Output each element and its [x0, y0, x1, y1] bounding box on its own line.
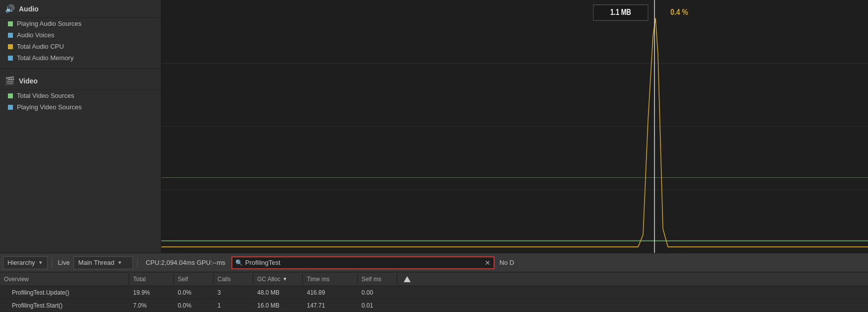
- video-label: Video: [19, 77, 38, 85]
- table-header: Overview Total Self Calls GC Alloc ▼ Tim…: [0, 272, 868, 286]
- table-row[interactable]: ProfilingTest.Start() 7.0% 0.0% 1 16.0 M…: [0, 299, 868, 312]
- cell-calls-0: 3: [214, 288, 253, 298]
- svg-rect-3: [8, 56, 13, 61]
- col-header-total: Total: [129, 274, 174, 285]
- cell-gcalloc-0: 48.0 MB: [253, 288, 303, 298]
- audio-voices-dot: [8, 33, 13, 38]
- svg-rect-0: [8, 21, 13, 26]
- left-panel: 🔊 Audio Playing Audio Sources Audio Voic…: [0, 0, 161, 253]
- col-header-self: Self: [174, 274, 214, 285]
- warning-header-icon: [404, 276, 411, 282]
- audio-legend-cpu: Total Audio CPU: [0, 41, 161, 52]
- svg-rect-4: [8, 93, 13, 98]
- cell-total-1: 7.0%: [129, 301, 174, 311]
- cell-selfms-1: 0.01: [358, 301, 397, 311]
- col-header-timems: Time ms: [303, 274, 358, 285]
- col-header-selfms: Self ms: [358, 274, 397, 285]
- search-icon: 🔍: [235, 259, 243, 266]
- section-divider: [0, 69, 161, 69]
- table-section: Overview Total Self Calls GC Alloc ▼ Tim…: [0, 272, 868, 312]
- audio-section: 🔊 Audio Playing Audio Sources Audio Voic…: [0, 0, 161, 68]
- svg-rect-1: [8, 33, 13, 38]
- search-input[interactable]: [245, 259, 483, 266]
- separator-2: [137, 257, 138, 268]
- live-label: Live: [56, 259, 72, 266]
- video-section: 🎬 Video Total Video Sources Playing Vide…: [0, 70, 161, 113]
- svg-rect-5: [8, 105, 13, 110]
- svg-text:0.4 %: 0.4 %: [670, 7, 688, 17]
- svg-text:1.1 MB: 1.1 MB: [610, 8, 631, 16]
- audio-header: 🔊 Audio: [0, 0, 161, 18]
- video-header: 🎬 Video: [0, 72, 161, 90]
- cell-self-1: 0.0%: [174, 301, 214, 311]
- audio-label: Audio: [19, 5, 39, 13]
- app-layout: 🔊 Audio Playing Audio Sources Audio Voic…: [0, 0, 868, 312]
- table-row[interactable]: ProfilingTest.Update() 19.9% 0.0% 3 48.0…: [0, 286, 868, 299]
- thread-dropdown[interactable]: Main Thread ▼: [73, 256, 133, 269]
- thread-arrow-icon: ▼: [117, 260, 122, 265]
- top-section: 🔊 Audio Playing Audio Sources Audio Voic…: [0, 0, 868, 253]
- search-box[interactable]: 🔍 ✕: [231, 256, 495, 269]
- search-clear-icon[interactable]: ✕: [485, 259, 491, 267]
- audio-memory-label: Total Audio Memory: [17, 54, 73, 62]
- audio-icon: 🔊: [5, 4, 15, 13]
- video-legend-total: Total Video Sources: [0, 90, 161, 101]
- audio-legend-playing: Playing Audio Sources: [0, 18, 161, 29]
- chart-area: 1.1 MB 0.4 %: [161, 0, 868, 253]
- cpu-gpu-stats: CPU:2,094.04ms GPU:--ms: [142, 259, 229, 266]
- total-video-label: Total Video Sources: [17, 92, 74, 99]
- playing-video-dot: [8, 105, 13, 110]
- cell-calls-1: 1: [214, 301, 253, 311]
- col-header-warn: [397, 274, 417, 284]
- cell-total-0: 19.9%: [129, 288, 174, 298]
- bottom-toolbar: Hierarchy ▼ Live Main Thread ▼ CPU:2,094…: [0, 253, 868, 272]
- playing-video-label: Playing Video Sources: [17, 103, 82, 111]
- cell-warn-0: [397, 291, 417, 294]
- col-header-gcalloc[interactable]: GC Alloc ▼: [253, 274, 303, 285]
- cell-self-0: 0.0%: [174, 288, 214, 298]
- audio-cpu-label: Total Audio CPU: [17, 43, 64, 50]
- total-video-dot: [8, 93, 13, 98]
- svg-rect-2: [8, 44, 13, 49]
- cell-overview-1: ProfilingTest.Start(): [0, 301, 129, 311]
- audio-voices-label: Audio Voices: [17, 31, 54, 39]
- playing-audio-dot: [8, 21, 13, 26]
- cell-gcalloc-1: 16.0 MB: [253, 301, 303, 311]
- sort-arrow-icon: ▼: [283, 276, 288, 282]
- audio-cpu-dot: [8, 44, 13, 49]
- hierarchy-dropdown[interactable]: Hierarchy ▼: [3, 256, 48, 269]
- video-legend-playing: Playing Video Sources: [0, 101, 161, 113]
- thread-label: Main Thread: [78, 259, 114, 266]
- col-header-overview: Overview: [0, 274, 129, 285]
- audio-legend-memory: Total Audio Memory: [0, 52, 161, 64]
- audio-memory-dot: [8, 56, 13, 61]
- chart-svg: 1.1 MB 0.4 %: [161, 0, 868, 253]
- cell-warn-1: [397, 304, 417, 307]
- cell-timems-0: 416.89: [303, 288, 358, 298]
- audio-legend-voices: Audio Voices: [0, 29, 161, 41]
- nod-label: No D: [497, 259, 517, 266]
- hierarchy-label: Hierarchy: [7, 259, 35, 266]
- col-header-calls: Calls: [214, 274, 253, 285]
- video-icon: 🎬: [5, 76, 15, 85]
- cell-selfms-0: 0.00: [358, 288, 397, 298]
- playing-audio-label: Playing Audio Sources: [17, 20, 81, 27]
- cell-overview-0: ProfilingTest.Update(): [0, 288, 129, 298]
- hierarchy-arrow-icon: ▼: [38, 260, 43, 265]
- separator-1: [52, 257, 52, 268]
- cell-timems-1: 147.71: [303, 301, 358, 311]
